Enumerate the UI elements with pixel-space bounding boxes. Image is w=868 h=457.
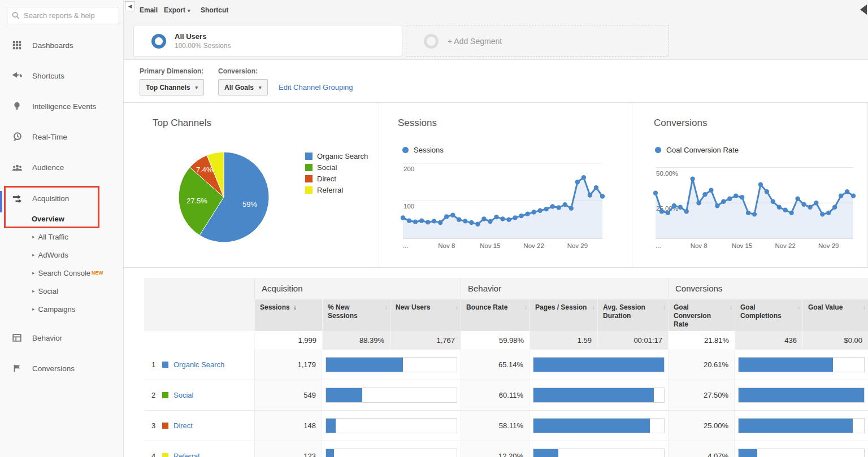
data-point <box>795 197 800 201</box>
email-button[interactable]: Email <box>140 6 158 14</box>
sidebar-item-conversions[interactable]: Conversions <box>0 361 124 376</box>
data-point <box>752 212 757 216</box>
channel-color-swatch-icon <box>162 453 168 457</box>
pie-slice-label: 27.5% <box>186 197 207 205</box>
goal-rate-value: 27.50% <box>668 380 735 410</box>
column-header-new-users[interactable]: New Users↓ <box>390 299 461 331</box>
channel-link[interactable]: Social <box>173 391 193 399</box>
pie-panel-title: Top Channels <box>153 117 211 129</box>
sidebar-item-dashboards[interactable]: Dashboards <box>0 38 124 53</box>
data-point <box>481 216 486 221</box>
bar-fill <box>326 388 362 402</box>
sidebar-item-acquisition-overview[interactable]: Overview <box>32 212 99 225</box>
search-box[interactable] <box>7 7 119 24</box>
segment-title: All Users <box>175 32 231 41</box>
channel-link[interactable]: Referral <box>173 452 199 457</box>
table-group-header-row: Acquisition Behavior Conversions <box>144 278 868 299</box>
data-point <box>690 176 695 181</box>
conversion-dropdown[interactable]: All Goals▾ <box>218 79 268 95</box>
sessions-panel-title: Sessions <box>398 117 437 129</box>
sidebar-item-acquisition[interactable]: Acquisition <box>0 191 124 206</box>
header-corner-cell <box>144 299 254 331</box>
totals-value: 436 <box>735 331 802 350</box>
primary-dimension-label: Primary Dimension: <box>140 67 203 75</box>
column-header-sessions[interactable]: Sessions↓ <box>254 299 322 331</box>
sidebar-item-intelligence-events[interactable]: Intelligence Events <box>0 99 124 114</box>
sidebar-item-label: Shortcuts <box>32 72 64 80</box>
sidebar-item-search-console[interactable]: ▸Search ConsoleNEW <box>0 266 124 280</box>
column-header-goal-value[interactable]: Goal Value↓ <box>802 299 868 331</box>
add-segment-button[interactable]: + Add Segment <box>406 25 669 57</box>
add-segment-label: + Add Segment <box>448 37 502 46</box>
x-axis-label: Nov 29 <box>818 242 839 249</box>
table-row: 4 Referral 123 12.20% 4.07% <box>144 441 868 457</box>
bar-fill <box>326 358 403 372</box>
column-header--new-sessions[interactable]: % New Sessions↓ <box>322 299 390 331</box>
channel-link[interactable]: Direct <box>173 421 193 430</box>
sessions-bar-cell <box>322 411 461 441</box>
data-point <box>814 201 818 205</box>
edit-channel-grouping-link[interactable]: Edit Channel Grouping <box>279 83 353 92</box>
data-point <box>801 202 806 207</box>
shortcut-button[interactable]: Shortcut <box>201 6 228 14</box>
acquisition-icon <box>11 193 23 204</box>
search-icon <box>12 11 20 20</box>
group-acquisition: Acquisition <box>254 278 461 299</box>
legend-dot-icon <box>655 147 661 153</box>
sidebar-item-shortcuts[interactable]: Shortcuts <box>0 68 124 83</box>
sessions-value: 123 <box>254 441 322 457</box>
column-header-goal-conversion-rate[interactable]: Goal Conversion Rate↓ <box>668 299 735 331</box>
column-header-avg-session-duration[interactable]: Avg. Session Duration↓ <box>597 299 668 331</box>
sidebar-item-behavior[interactable]: Behavior <box>0 330 124 345</box>
conversion-label: Conversion: <box>218 67 258 75</box>
data-point <box>721 199 726 204</box>
channel-cell: 2 Social <box>144 380 254 410</box>
sidebar-item-all-traffic[interactable]: ▸All Traffic <box>0 230 124 243</box>
goal-rate-value: 20.61% <box>668 350 735 380</box>
data-point <box>519 214 523 218</box>
segment-donut-gray-icon <box>424 34 439 49</box>
row-rank: 3 <box>151 421 157 430</box>
collapse-sidebar-button[interactable]: ◀ <box>125 1 135 11</box>
column-header-bounce-rate[interactable]: Bounce Rate↓ <box>461 299 530 331</box>
sort-icon: ↓ <box>524 303 528 311</box>
search-input[interactable] <box>24 11 114 20</box>
sidebar-item-real-time[interactable]: Real-Time <box>0 129 124 144</box>
sort-icon: ↓ <box>455 303 459 311</box>
bar-fill <box>533 388 654 402</box>
export-button[interactable]: Export▾ <box>164 6 190 14</box>
sidebar-item-adwords[interactable]: ▸AdWords <box>0 248 124 262</box>
dashboards-icon <box>11 40 23 51</box>
sidebar-item-label: Behavior <box>32 334 62 342</box>
conversions-legend: Goal Conversion Rate <box>655 146 739 154</box>
data-point <box>765 189 769 194</box>
chevron-down-icon: ▾ <box>195 85 198 90</box>
sidebar-item-social[interactable]: ▸Social <box>0 284 124 298</box>
x-axis-label: Nov 8 <box>691 242 708 249</box>
group-behavior: Behavior <box>461 278 668 299</box>
column-header-pages-session[interactable]: Pages / Session↓ <box>530 299 597 331</box>
totals-value: 88.39% <box>322 331 390 350</box>
channel-link[interactable]: Organic Search <box>173 360 224 369</box>
report-controls: Primary Dimension: Conversion: Top Chann… <box>124 60 868 102</box>
data-point <box>438 220 442 225</box>
data-point <box>557 205 561 210</box>
column-header-goal-completions[interactable]: Goal Completions↓ <box>735 299 802 331</box>
behavior-icon <box>11 332 23 343</box>
primary-dimension-dropdown[interactable]: Top Channels▾ <box>140 79 204 95</box>
x-axis-label: Nov 15 <box>732 242 752 249</box>
bar-fill <box>739 358 833 372</box>
conversions-icon <box>11 363 23 374</box>
sidebar-item-campaigns[interactable]: ▸Campaigns <box>0 302 124 316</box>
pie-legend-item: Organic Search <box>305 150 368 162</box>
totals-value: 00:01:17 <box>597 331 668 350</box>
segment-all-users[interactable]: All Users 100.00% Sessions <box>133 25 402 57</box>
collapse-panel-icon[interactable] <box>860 5 867 15</box>
bounce-rate-value: 12.20% <box>461 441 530 457</box>
sidebar-item-audience[interactable]: Audience <box>0 160 124 175</box>
data-point <box>678 205 683 210</box>
sessions-legend: Sessions <box>402 146 444 154</box>
data-point <box>696 201 701 205</box>
segment-area: All Users 100.00% Sessions + Add Segment <box>124 23 868 60</box>
pie-legend-item: Social <box>305 162 368 173</box>
